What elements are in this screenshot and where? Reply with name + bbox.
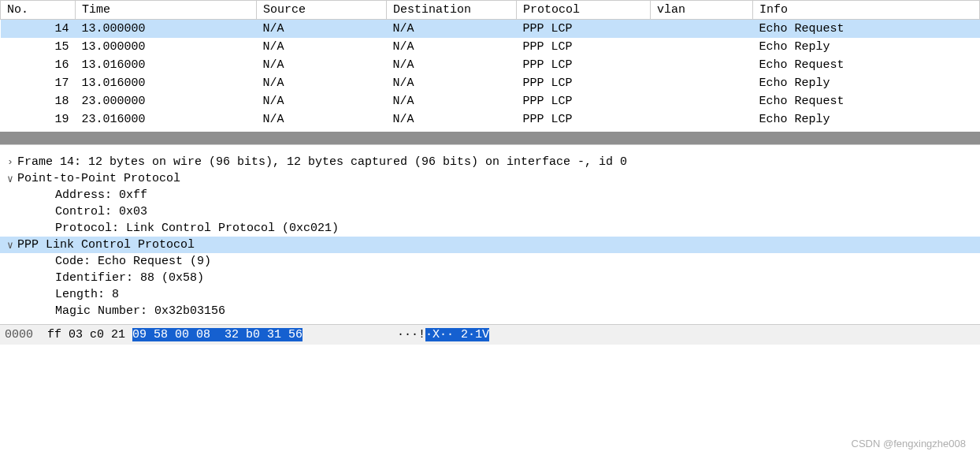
- tree-ppp-control[interactable]: Control: 0x03: [0, 203, 980, 220]
- tree-ppp[interactable]: ∨ Point-to-Point Protocol: [0, 170, 980, 187]
- col-header-vlan[interactable]: vlan: [651, 1, 753, 20]
- tree-lcp-identifier[interactable]: Identifier: 88 (0x58): [0, 270, 980, 286]
- tree-ppp-address[interactable]: Address: 0xff: [0, 187, 980, 203]
- cell-dest: N/A: [387, 20, 517, 39]
- tree-frame-text: Frame 14: 12 bytes on wire (96 bits), 12…: [17, 155, 627, 169]
- cell-vlan: [651, 20, 753, 39]
- table-header-row: No. Time Source Destination Protocol vla…: [1, 1, 980, 20]
- cell-time: 23.016000: [76, 110, 257, 129]
- cell-vlan: [651, 110, 753, 129]
- cell-source: N/A: [257, 92, 387, 110]
- cell-dest: N/A: [387, 92, 517, 110]
- cell-time: 13.000000: [76, 38, 257, 56]
- table-row[interactable]: 1823.000000N/AN/APPP LCPEcho Request: [1, 92, 980, 110]
- tree-lcp-magic[interactable]: Magic Number: 0x32b03156: [0, 303, 980, 319]
- cell-proto: PPP LCP: [517, 92, 651, 110]
- cell-info: Echo Request: [753, 56, 980, 74]
- col-header-no[interactable]: No.: [1, 1, 76, 20]
- cell-proto: PPP LCP: [517, 56, 651, 74]
- cell-source: N/A: [257, 56, 387, 74]
- hex-dump-pane[interactable]: 0000 ff 03 c0 21 09 58 00 08 32 b0 31 56…: [0, 324, 980, 345]
- cell-dest: N/A: [387, 74, 517, 92]
- col-header-source[interactable]: Source: [257, 1, 387, 20]
- hex-offset: 0000: [5, 328, 33, 341]
- table-row[interactable]: 1413.000000N/AN/APPP LCPEcho Request: [1, 20, 980, 39]
- col-header-time[interactable]: Time: [76, 1, 257, 20]
- cell-time: 23.000000: [76, 92, 257, 110]
- chevron-down-icon[interactable]: ∨: [3, 239, 17, 252]
- cell-no: 15: [1, 38, 76, 56]
- cell-info: Echo Reply: [753, 38, 980, 56]
- tree-ppp-protocol[interactable]: Protocol: Link Control Protocol (0xc021): [0, 220, 980, 237]
- cell-info: Echo Request: [753, 20, 980, 39]
- horizontal-scrollbar[interactable]: [0, 132, 980, 144]
- cell-proto: PPP LCP: [517, 38, 651, 56]
- tree-frame[interactable]: › Frame 14: 12 bytes on wire (96 bits), …: [0, 154, 980, 170]
- col-header-protocol[interactable]: Protocol: [517, 1, 651, 20]
- table-row[interactable]: 1713.016000N/AN/APPP LCPEcho Reply: [1, 74, 980, 92]
- cell-time: 13.000000: [76, 20, 257, 39]
- col-header-destination[interactable]: Destination: [387, 1, 517, 20]
- tree-lcp-code[interactable]: Code: Echo Request (9): [0, 253, 980, 270]
- cell-dest: N/A: [387, 38, 517, 56]
- cell-source: N/A: [257, 110, 387, 129]
- cell-time: 13.016000: [76, 56, 257, 74]
- cell-no: 17: [1, 74, 76, 92]
- chevron-down-icon[interactable]: ∨: [3, 173, 17, 185]
- table-row[interactable]: 1923.016000N/AN/APPP LCPEcho Reply: [1, 110, 980, 129]
- tree-lcp[interactable]: ∨ PPP Link Control Protocol: [0, 237, 980, 253]
- tree-lcp-text: PPP Link Control Protocol: [17, 238, 195, 252]
- cell-proto: PPP LCP: [517, 20, 651, 39]
- hex-bytes: ff 03 c0 21 09 58 00 08 32 b0 31 56: [47, 328, 303, 341]
- cell-vlan: [651, 38, 753, 56]
- cell-vlan: [651, 74, 753, 92]
- tree-ppp-text: Point-to-Point Protocol: [17, 172, 180, 185]
- cell-no: 16: [1, 56, 76, 74]
- cell-proto: PPP LCP: [517, 110, 651, 129]
- table-row[interactable]: 1613.016000N/AN/APPP LCPEcho Request: [1, 56, 980, 74]
- table-row[interactable]: 1513.000000N/AN/APPP LCPEcho Reply: [1, 38, 980, 56]
- cell-no: 14: [1, 20, 76, 39]
- cell-no: 18: [1, 92, 76, 110]
- tree-lcp-length[interactable]: Length: 8: [0, 286, 980, 303]
- cell-time: 13.016000: [76, 74, 257, 92]
- details-pane: › Frame 14: 12 bytes on wire (96 bits), …: [0, 149, 980, 324]
- cell-dest: N/A: [387, 110, 517, 129]
- cell-proto: PPP LCP: [517, 74, 651, 92]
- cell-source: N/A: [257, 38, 387, 56]
- cell-dest: N/A: [387, 56, 517, 74]
- cell-vlan: [651, 92, 753, 110]
- hex-highlight: 09 58 00 08 32 b0 31 56: [132, 328, 303, 341]
- cell-info: Echo Reply: [753, 74, 980, 92]
- cell-vlan: [651, 56, 753, 74]
- cell-source: N/A: [257, 74, 387, 92]
- cell-info: Echo Reply: [753, 110, 980, 129]
- hex-ascii: ···!·X·· 2·1V: [397, 328, 489, 341]
- cell-info: Echo Request: [753, 92, 980, 110]
- chevron-right-icon[interactable]: ›: [3, 156, 17, 168]
- cell-no: 19: [1, 110, 76, 129]
- packet-list-table: No. Time Source Destination Protocol vla…: [0, 0, 980, 129]
- cell-source: N/A: [257, 20, 387, 39]
- col-header-info[interactable]: Info: [753, 1, 980, 20]
